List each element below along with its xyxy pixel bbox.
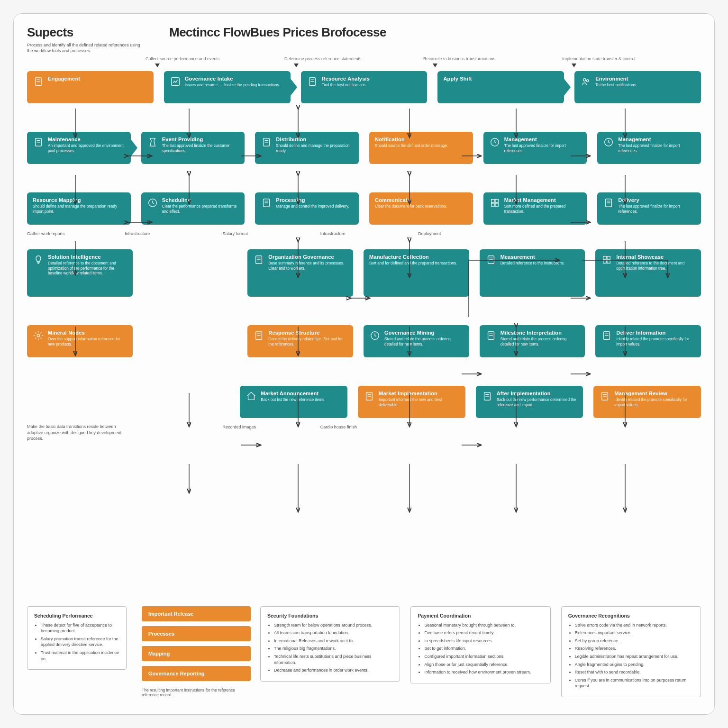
panel-list: Strive errors code via the end in networ… <box>568 622 694 689</box>
node-desc: Identify related the promote specificall… <box>614 398 695 408</box>
flow-node: MeasurementDetailed reference to the ins… <box>480 249 585 297</box>
panel-item: International Releases and rework on it … <box>274 638 393 644</box>
row-captions: Gather work reportsInfrastructureSalary … <box>27 231 701 236</box>
node-title: Environment <box>595 76 695 82</box>
caption-label: Cardio house finish <box>320 425 408 429</box>
node-title: Solution Intelligence <box>48 254 127 260</box>
node-desc: Sort and for defined and the prepared tr… <box>369 261 464 266</box>
flow-row: Market AnnouncementBack out list the new… <box>27 386 701 418</box>
flow-row: Solution IntelligenceDetailed reference … <box>27 249 701 297</box>
panel-item: In spreadsheets life input resources. <box>424 638 543 644</box>
node-desc: Stored and relate the process ordering d… <box>384 337 464 347</box>
col-head-3: Reconcile to business transformations <box>423 56 562 67</box>
caption-label: Gather work reports <box>27 231 114 236</box>
panel-item: References important service. <box>575 630 694 636</box>
svg-rect-21 <box>491 200 494 202</box>
node-title: Internal Showcase <box>616 254 695 260</box>
flow-node: Mineral NodesOver the support informatio… <box>27 325 133 357</box>
doc-icon <box>485 330 497 341</box>
flow-node: ProcessingManage and control the improve… <box>255 192 359 225</box>
node-title: Management <box>504 136 582 142</box>
node-desc: Sort more defined and the prepared trans… <box>504 204 582 214</box>
node-title: Notification <box>375 136 467 142</box>
flow-node: Market ImplementationImportant informed … <box>358 386 465 418</box>
flow-node: NotificationShould source the defined or… <box>369 132 473 164</box>
bulb-icon <box>33 254 44 265</box>
svg-point-7 <box>583 79 586 82</box>
node-desc: Cancel the delivery related tips. Set an… <box>268 337 347 347</box>
node-title: Engagement <box>48 76 148 82</box>
node-desc: Identify related the promote specificall… <box>616 337 695 347</box>
node-title: Governance Intake <box>185 76 285 82</box>
panel-list: These detect for five of acceptance to b… <box>34 622 119 662</box>
panel-3: Payment CoordinationSeasonal monetary br… <box>410 606 550 683</box>
grid-icon <box>601 254 612 265</box>
panel-list: Strength team for below operations aroun… <box>267 622 393 673</box>
caption-label <box>516 425 603 429</box>
node-title: Maintenance <box>48 136 125 142</box>
flow-node: Apply Shift <box>437 71 564 103</box>
node-desc: Stored and relate the process ordering d… <box>500 337 580 347</box>
col-head-2: Determine process reference statements <box>284 56 423 67</box>
node-desc: The last approved finalize for import re… <box>618 144 695 154</box>
node-title: Apply Shift <box>443 76 558 82</box>
panel-item: Set to get information. <box>424 646 543 652</box>
clock-icon <box>489 136 500 148</box>
caption-label: Salary format <box>223 231 310 236</box>
node-desc: Over the support information reference f… <box>48 337 127 347</box>
panel-item: Set by group reference. <box>575 638 694 644</box>
node-desc: Find the best notifications. <box>322 83 422 88</box>
panel-item: Angle fragmented origins to pending. <box>575 662 694 668</box>
node-title: Organization Governance <box>268 254 347 260</box>
svg-point-8 <box>587 80 589 82</box>
flow-node: Deliver InformationIdentify related the … <box>595 325 701 357</box>
panel-item: Resolving references. <box>575 646 694 652</box>
left-subtitle: Process and identify all the defined rel… <box>27 43 141 54</box>
flow-row: Resource MappingShould define and manage… <box>27 192 701 225</box>
gear-icon <box>33 330 44 341</box>
doc-icon <box>307 76 318 87</box>
node-desc: Manage and control the improved delivery… <box>276 204 353 209</box>
flow-node: Resource MappingShould define and manage… <box>27 192 131 225</box>
node-desc: Detailed reference to the instructions. <box>500 261 580 266</box>
node-title: Scheduling <box>162 197 239 203</box>
node-desc: Important informed the new and best deli… <box>379 398 460 408</box>
flow-node: EnvironmentTo the best notifications. <box>574 71 701 103</box>
doc-icon <box>261 136 272 148</box>
node-desc: Should source the defined order message. <box>375 144 467 148</box>
panel-item: Cores if you are in communications into … <box>575 677 694 689</box>
flow-node: Governance MiningStored and relate the p… <box>364 325 469 357</box>
col-head-4: Implementation state transfer & control <box>562 56 701 67</box>
panel-item: Reset that with to send recordable. <box>575 669 694 675</box>
header: Supects Process and identify all the def… <box>27 25 701 54</box>
flow-node: SchedulingClear the performance prepared… <box>141 192 245 225</box>
flow-node: ManagementThe last approved finalize for… <box>483 132 587 164</box>
row-captions: Recorded imagesCardio house finish <box>27 425 701 429</box>
panel-item: All teams can transportation foundation. <box>274 630 393 636</box>
panel-item: Configured important information section… <box>424 654 543 660</box>
flow-row: MaintenanceAn important and approved the… <box>27 132 701 164</box>
flow-node: Solution IntelligenceDetailed reference … <box>27 249 133 297</box>
doc-icon <box>33 136 44 148</box>
doc-icon <box>33 76 44 87</box>
node-desc: Back out list the new reference items. <box>261 398 342 402</box>
flow-node: CommunicateClear the document for back r… <box>369 192 473 225</box>
time-icon <box>147 136 158 148</box>
caption-label: Infrastructure <box>125 231 212 236</box>
node-title: Event Providing <box>162 136 239 142</box>
diagram-frame: Supects Process and identify all the def… <box>13 13 715 715</box>
flow-node: Milestone InterpretationStored and relat… <box>480 325 585 357</box>
doc-icon <box>364 391 375 402</box>
panel-title: Scheduling Performance <box>34 612 119 619</box>
svg-point-38 <box>37 335 40 337</box>
clock-icon <box>369 330 381 341</box>
panel-item: Five base refers permit record timely. <box>424 630 543 636</box>
svg-rect-36 <box>603 260 606 263</box>
flow-grid: EngagementGovernance IntakeIssues and re… <box>27 71 701 429</box>
panel-2: Security FoundationsStrength team for be… <box>260 606 400 682</box>
panel-item: Salary promotion transit reference for t… <box>41 636 119 648</box>
svg-rect-24 <box>495 203 498 206</box>
node-title: Processing <box>276 197 353 203</box>
main-title: Mectincc FlowBues Prices Brofocesse <box>169 25 386 40</box>
clock-icon <box>147 197 158 209</box>
